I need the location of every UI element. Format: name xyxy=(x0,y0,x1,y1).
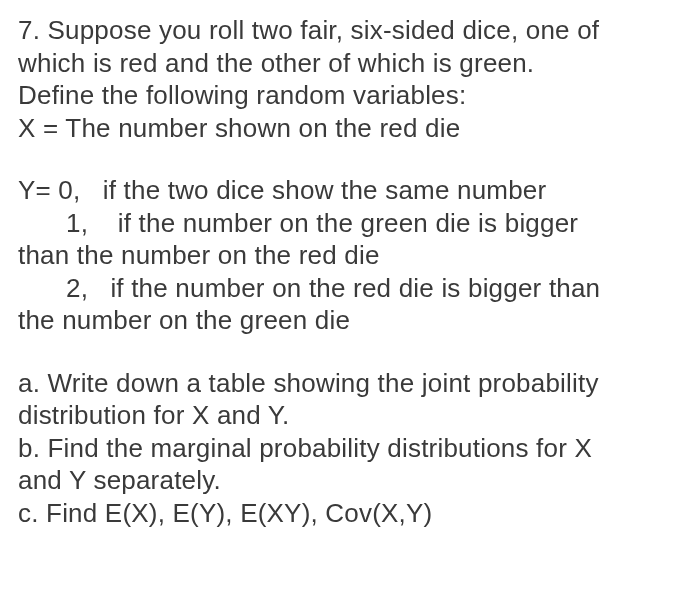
intro-line-3: Define the following random variables: xyxy=(18,79,682,112)
y-case-1-label: 1, xyxy=(66,208,88,238)
sub-questions: a. Write down a table showing the joint … xyxy=(18,367,682,530)
y-case-1-line-2: than the number on the red die xyxy=(18,239,682,272)
part-b-line-2: and Y separately. xyxy=(18,464,682,497)
y-definition: Y= 0, if the two dice show the same numb… xyxy=(18,174,682,337)
part-a-line-2: distribution for X and Y. xyxy=(18,399,682,432)
y-case-0: Y= 0, if the two dice show the same numb… xyxy=(18,174,682,207)
part-b-line-1: b. Find the marginal probability distrib… xyxy=(18,432,682,465)
y-case-1-line-1: 1, if the number on the green die is big… xyxy=(18,207,682,240)
intro-line-2: which is red and the other of which is g… xyxy=(18,47,682,80)
problem-intro: 7. Suppose you roll two fair, six-sided … xyxy=(18,14,682,144)
x-definition: X = The number shown on the red die xyxy=(18,112,682,145)
y-case-2-label: 2, xyxy=(66,273,88,303)
y-case-2-desc: if the number on the red die is bigger t… xyxy=(110,273,600,303)
y-case-1-desc: if the number on the green die is bigger xyxy=(118,208,578,238)
part-c: c. Find E(X), E(Y), E(XY), Cov(X,Y) xyxy=(18,497,682,530)
intro-line-1: 7. Suppose you roll two fair, six-sided … xyxy=(18,14,682,47)
y-case-0-desc: if the two dice show the same number xyxy=(103,175,547,205)
y-case-2-line-1: 2, if the number on the red die is bigge… xyxy=(18,272,682,305)
part-a-line-1: a. Write down a table showing the joint … xyxy=(18,367,682,400)
y-case-0-label: Y= 0, xyxy=(18,175,80,205)
y-case-2-line-2: the number on the green die xyxy=(18,304,682,337)
